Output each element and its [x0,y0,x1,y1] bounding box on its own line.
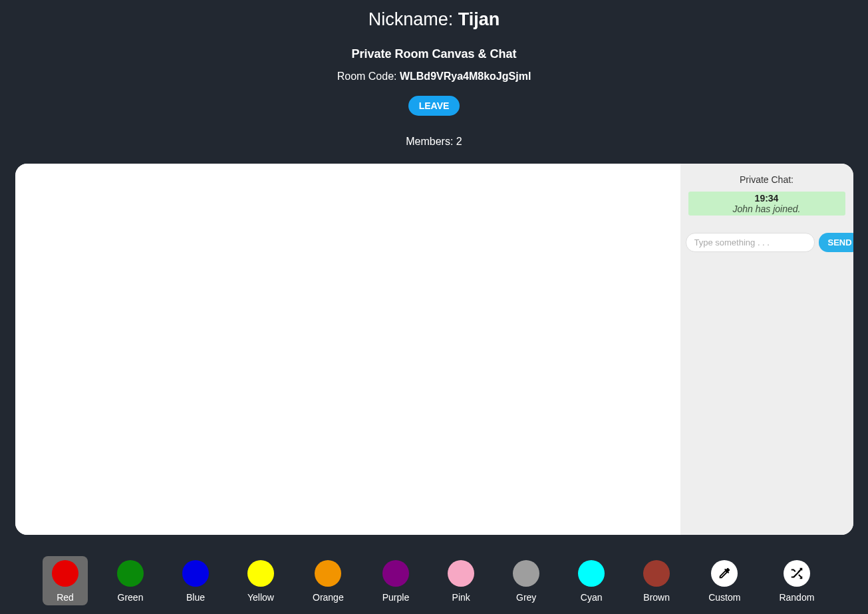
color-label: Yellow [247,592,274,603]
color-swatch-red[interactable]: Red [43,556,88,605]
send-button[interactable]: SEND [819,233,853,252]
color-swatch-brown[interactable]: Brown [634,556,679,605]
room-title: Private Room Canvas & Chat [13,47,855,61]
color-swatch-orange[interactable]: Orange [303,556,353,605]
color-circle [578,560,605,587]
color-label: Pink [452,592,470,603]
color-label: Blue [186,592,205,603]
color-label: Purple [382,592,409,603]
color-swatch-blue[interactable]: Blue [173,556,218,605]
nickname-value: Tijan [458,9,500,29]
leave-button[interactable]: LEAVE [408,96,460,116]
color-label: Brown [643,592,670,603]
tool-label: Random [779,592,814,603]
room-code-line: Room Code: WLBd9VRya4M8koJgSjml [13,71,855,82]
members-count: 2 [456,136,462,147]
nickname-line: Nickname: Tijan [13,9,855,30]
chat-input[interactable] [686,233,815,252]
color-swatch-grey[interactable]: Grey [504,556,549,605]
color-palette: RedGreenBlueYellowOrangePurplePinkGreyCy… [13,535,855,614]
color-swatch-green[interactable]: Green [108,556,153,605]
chat-message: 19:34 John has joined. [688,192,845,216]
color-circle [117,560,144,587]
members-line: Members: 2 [13,136,855,148]
main-panel: Private Chat: 19:34 John has joined. SEN… [15,164,853,535]
color-circle [52,560,78,587]
drawing-canvas[interactable] [15,164,680,535]
color-circle [643,560,670,587]
tool-random[interactable]: Random [770,556,823,605]
color-circle [315,560,341,587]
color-swatch-purple[interactable]: Purple [373,556,418,605]
shuffle-icon [784,560,810,587]
header: Nickname: Tijan Private Room Canvas & Ch… [13,0,855,148]
color-circle [448,560,474,587]
color-swatch-yellow[interactable]: Yellow [238,556,283,605]
chat-messages[interactable]: 19:34 John has joined. [686,192,848,225]
eyedropper-icon [711,560,738,587]
nickname-label: Nickname: [368,9,458,29]
color-circle [382,560,409,587]
color-swatch-pink[interactable]: Pink [438,556,484,605]
tool-custom[interactable]: Custom [699,556,750,605]
room-code-label: Room Code: [337,71,400,82]
chat-input-row: SEND [686,233,848,252]
chat-message-text: John has joined. [692,204,841,214]
chat-message-time: 19:34 [692,193,841,204]
chat-title: Private Chat: [686,174,848,185]
color-label: Green [118,592,144,603]
color-swatch-cyan[interactable]: Cyan [569,556,614,605]
color-label: Cyan [581,592,603,603]
color-circle [247,560,274,587]
color-circle [182,560,209,587]
tool-label: Custom [708,592,740,603]
chat-panel: Private Chat: 19:34 John has joined. SEN… [680,164,853,535]
members-label: Members: [406,136,456,147]
color-label: Orange [313,592,344,603]
color-label: Grey [516,592,536,603]
color-circle [513,560,539,587]
color-label: Red [57,592,74,603]
room-code-value: WLBd9VRya4M8koJgSjml [400,71,531,82]
